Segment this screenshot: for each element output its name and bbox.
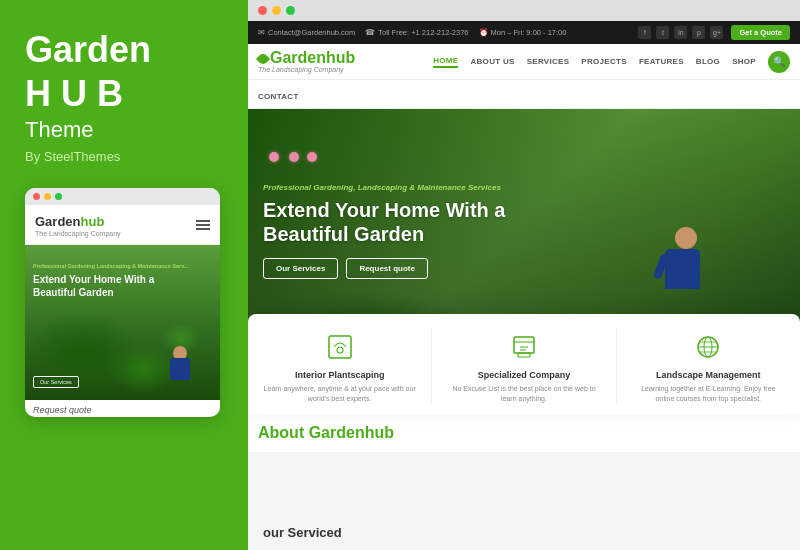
service-card-2: Specialized Company No Excuse List is th… [442,329,605,404]
mobile-logo-text: Garden [35,214,81,229]
phone-icon: ☎ [365,28,375,37]
left-panel: Garden H U B Theme By SteelThemes Garden… [0,0,248,550]
person-body [170,358,190,380]
hero-title-line1: Extend Your Home With a [263,199,505,221]
search-icon: 🔍 [773,56,785,67]
card-2-desc: No Excuse List is the best place on the … [447,384,600,404]
social-icons: f t in p g+ [638,26,723,39]
nav-about[interactable]: ABOUT US [470,57,514,66]
service-card-1: Interior Plantscaping Learn anywhere, an… [258,329,421,404]
card-icon-3 [691,329,726,364]
nav-services[interactable]: SERVICES [527,57,570,66]
card-2-title: Specialized Company [447,370,600,380]
serviced-label: our Serviced [263,525,342,540]
bottom-serviced-text: our Serviced [263,525,342,540]
email-contact: ✉ Contact@Gardenhub.com [258,28,355,37]
search-button[interactable]: 🔍 [768,51,790,73]
hours-text: Mon – Fri: 9:00 - 17:00 [491,28,567,37]
card-1-desc: Learn anywhere, anytime & at your pace w… [263,384,416,404]
hero-quote-button[interactable]: Request quote [346,258,428,279]
phone-contact: ☎ Toll Free: +1 212-212-2376 [365,28,468,37]
nav-shop[interactable]: SHOP [732,57,756,66]
logo-word-hub: hub [326,49,355,66]
phone-text: Toll Free: +1 212-212-2376 [378,28,468,37]
mobile-hero-tagline: Professional Gardening Landscaping & Mai… [33,263,212,269]
mobile-services-button[interactable]: Our Services [33,376,79,388]
card-divider-1 [431,329,432,404]
get-quote-button[interactable]: Get a Quote [731,25,790,40]
nav-features[interactable]: FEATURES [639,57,684,66]
card-icon-1 [322,329,357,364]
secondary-nav: CONTACT [248,80,800,109]
card-3-desc: Learning together at E-Learning. Enjoy f… [632,384,785,404]
mobile-dot-green [55,193,62,200]
clock-icon: ⏰ [479,28,488,37]
card-3-title: Landscape Management [632,370,785,380]
card-1-title: Interior Plantscaping [263,370,416,380]
mobile-hero: Professional Gardening Landscaping & Mai… [25,245,220,400]
mobile-dot-yellow [44,193,51,200]
about-section: About Gardenhub [248,414,800,452]
theme-title: Garden H U B [25,30,223,113]
top-bar: ✉ Contact@Gardenhub.com ☎ Toll Free: +1 … [248,21,800,44]
about-title: About Gardenhub [258,424,790,442]
mobile-preview: Gardenhub The Landscaping Company Profes… [25,188,220,417]
person-figure-mobile [170,346,190,380]
google-plus-icon[interactable]: g+ [710,26,723,39]
nav-links: HOME ABOUT US SERVICES PROJECTS FEATURES… [433,51,790,73]
hero-title-line2: Beautiful Garden [263,223,424,245]
mobile-logo-colored: hub [81,214,105,229]
flower-1 [269,152,279,162]
hero-title: Extend Your Home With a Beautiful Garden [263,198,600,246]
mobile-request-quote[interactable]: Request quote [25,400,220,417]
hero-section: Professional Gardening, Landscaping & Ma… [248,109,800,329]
linkedin-icon[interactable]: in [674,26,687,39]
email-icon: ✉ [258,28,265,37]
pinterest-icon[interactable]: p [692,26,705,39]
about-brand: Gardenhub [309,424,394,441]
card-divider-2 [616,329,617,404]
twitter-icon[interactable]: t [656,26,669,39]
mobile-hero-title: Extend Your Home With a Beautiful Garden [33,273,185,299]
browser-dot-green [286,6,295,15]
top-bar-left: ✉ Contact@Gardenhub.com ☎ Toll Free: +1 … [258,28,566,37]
flower-cluster [268,149,318,167]
byline: By SteelThemes [25,149,223,164]
logo: Gardenhub The Landscaping Company [258,50,355,73]
facebook-icon[interactable]: f [638,26,651,39]
right-panel: ✉ Contact@Gardenhub.com ☎ Toll Free: +1 … [248,0,800,550]
hours-contact: ⏰ Mon – Fri: 9:00 - 17:00 [479,28,567,37]
logo-subtitle: The Landscaping Company [258,66,355,73]
about-label: About [258,424,304,441]
mobile-browser-bar [25,188,220,205]
mobile-nav: Gardenhub The Landscaping Company [25,205,220,245]
flower-3 [307,152,317,162]
svg-rect-2 [514,337,534,353]
hero-content: Professional Gardening, Landscaping & Ma… [263,183,600,279]
service-card-3: Landscape Management Learning together a… [627,329,790,404]
nav-home[interactable]: HOME [433,56,458,68]
person-body-desktop [665,249,700,289]
nav-projects[interactable]: PROJECTS [581,57,627,66]
top-bar-right: f t in p g+ Get a Quote [638,25,790,40]
nav-contact[interactable]: CONTACT [258,92,299,101]
hero-tagline: Professional Gardening, Landscaping & Ma… [263,183,600,192]
flower-2 [289,152,299,162]
browser-dot-red [258,6,267,15]
card-icon-2 [506,329,541,364]
person-figure-desktop [665,227,700,289]
browser-chrome [248,0,800,21]
leaf-icon [256,52,270,66]
mobile-logo: Gardenhub The Landscaping Company [35,212,121,237]
mobile-logo-sub: The Landscaping Company [35,230,121,237]
title-line1: Garden [25,30,223,70]
title-line2: H U B [25,74,223,114]
cards-section: Interior Plantscaping Learn anywhere, an… [248,314,800,414]
hero-services-button[interactable]: Our Services [263,258,338,279]
mobile-dot-red [33,193,40,200]
logo-word-garden: Garden [270,49,326,66]
main-nav: Gardenhub The Landscaping Company HOME A… [248,44,800,80]
theme-subtitle: Theme [25,117,223,143]
hamburger-icon[interactable] [196,220,210,230]
nav-blog[interactable]: BLOG [696,57,720,66]
